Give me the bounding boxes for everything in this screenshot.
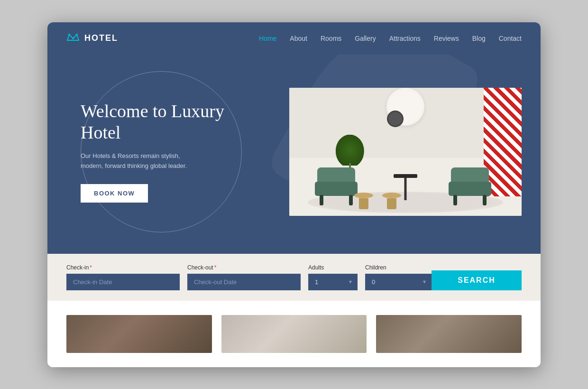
hero-left: Welcome to Luxury Hotel Our Hotels & Res… bbox=[66, 91, 256, 213]
nav-about[interactable]: About bbox=[290, 35, 307, 42]
checkin-input[interactable] bbox=[66, 274, 180, 290]
adults-field: Adults 1 2 3 4 5 bbox=[308, 264, 365, 290]
stool-2 bbox=[382, 193, 401, 209]
adults-select[interactable]: 1 2 3 4 5 bbox=[308, 274, 358, 290]
checkout-label: Check-out* bbox=[187, 264, 301, 271]
room-card-2[interactable] bbox=[221, 315, 367, 353]
rooms-section bbox=[47, 301, 541, 367]
chair-leg-right bbox=[349, 195, 353, 205]
chair-left bbox=[312, 167, 360, 205]
nav-contact[interactable]: Contact bbox=[499, 35, 522, 42]
checkout-field: Check-out* bbox=[187, 264, 308, 290]
nav-reviews[interactable]: Reviews bbox=[434, 35, 459, 42]
svg-point-0 bbox=[68, 34, 70, 36]
room-scene bbox=[289, 88, 522, 216]
hero-content: Welcome to Luxury Hotel Our Hotels & Res… bbox=[66, 91, 256, 213]
hero-room-image bbox=[289, 88, 522, 216]
site-header: HOTEL Home About Rooms Gallery Attractio… bbox=[47, 22, 541, 55]
logo-area: HOTEL bbox=[66, 32, 118, 45]
room-card-1[interactable] bbox=[66, 315, 212, 353]
main-nav: Home About Rooms Gallery Attractions Rev… bbox=[259, 35, 522, 42]
crown-icon bbox=[66, 32, 80, 45]
nav-attractions[interactable]: Attractions bbox=[389, 35, 421, 42]
search-button[interactable]: SEARCH bbox=[432, 270, 522, 290]
book-now-button[interactable]: BOOK NOW bbox=[81, 184, 148, 203]
checkin-label: Check-in* bbox=[66, 264, 180, 271]
chair-seat bbox=[315, 182, 358, 196]
chair-leg-right-r bbox=[483, 195, 487, 205]
checkout-required: * bbox=[214, 264, 217, 271]
chair-right bbox=[446, 167, 494, 205]
svg-point-1 bbox=[72, 37, 74, 39]
children-select[interactable]: 0 1 2 3 4 bbox=[365, 274, 432, 290]
hero-subtitle: Our Hotels & Resorts remain stylish, mod… bbox=[81, 151, 204, 171]
nav-gallery[interactable]: Gallery bbox=[355, 35, 376, 42]
room-card-3[interactable] bbox=[376, 315, 522, 353]
browser-window: HOTEL Home About Rooms Gallery Attractio… bbox=[47, 22, 541, 367]
wall-clock bbox=[387, 111, 404, 127]
booking-bar: Check-in* Check-out* Adults 1 2 3 4 5 bbox=[47, 254, 541, 301]
table-leg bbox=[404, 178, 407, 200]
nav-blog[interactable]: Blog bbox=[472, 35, 486, 42]
stool-top bbox=[354, 193, 373, 198]
stool-body bbox=[359, 198, 368, 209]
stool-top-2 bbox=[382, 193, 401, 198]
children-select-wrapper: 0 1 2 3 4 bbox=[365, 274, 432, 290]
nav-home[interactable]: Home bbox=[259, 35, 276, 42]
adults-label: Adults bbox=[308, 264, 358, 271]
stool-1 bbox=[354, 193, 373, 209]
checkout-input[interactable] bbox=[187, 274, 301, 290]
chair-leg-left bbox=[320, 195, 323, 205]
chair-seat-right bbox=[449, 182, 491, 196]
stool-body-2 bbox=[387, 198, 396, 209]
hero-image-container bbox=[289, 88, 522, 216]
svg-point-2 bbox=[76, 34, 78, 36]
chair-leg-right-l bbox=[453, 195, 457, 205]
nav-rooms[interactable]: Rooms bbox=[321, 35, 341, 42]
table-top bbox=[394, 174, 417, 178]
hero-section: Welcome to Luxury Hotel Our Hotels & Res… bbox=[47, 55, 541, 254]
adults-select-wrapper: 1 2 3 4 5 bbox=[308, 274, 358, 290]
checkin-field: Check-in* bbox=[66, 264, 187, 290]
hero-title: Welcome to Luxury Hotel bbox=[81, 101, 242, 144]
children-field: Children 0 1 2 3 4 bbox=[365, 264, 432, 290]
children-label: Children bbox=[365, 264, 432, 271]
logo-text: HOTEL bbox=[84, 33, 118, 43]
checkin-required: * bbox=[90, 264, 92, 271]
